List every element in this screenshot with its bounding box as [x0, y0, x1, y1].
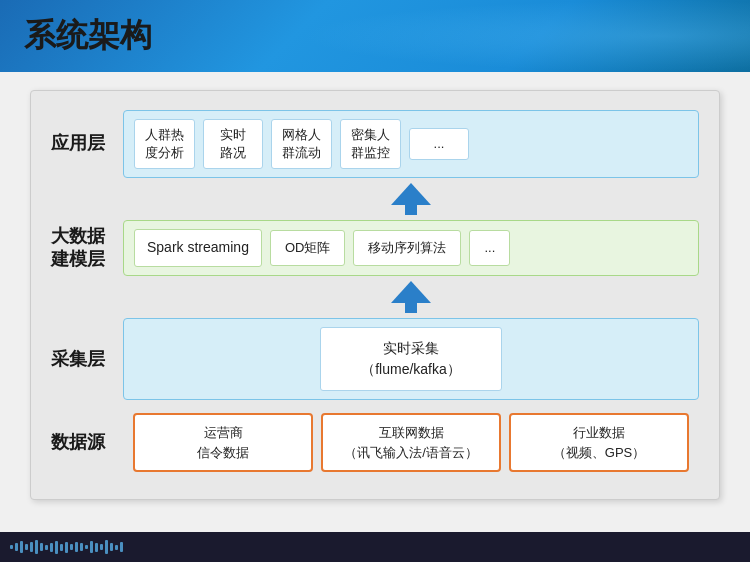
- architecture-diagram: 应用层 人群热度分析 实时路况 网格人群流动 密集人群监控 ... 大数据建模层…: [30, 90, 720, 500]
- layer-label-yingyong: 应用层: [51, 132, 123, 155]
- wave-bar: [45, 545, 48, 550]
- wave-bar: [70, 544, 73, 550]
- caiji-content: 实时采集（flume/kafka）: [123, 318, 699, 400]
- wave-bar: [80, 543, 83, 551]
- wave-bar: [55, 541, 58, 554]
- wave-bar: [30, 542, 33, 552]
- wave-bar: [100, 544, 103, 550]
- wave-bar: [20, 541, 23, 553]
- wave-bar: [115, 545, 118, 550]
- model-item-dots: ...: [469, 230, 510, 266]
- waveform: [10, 537, 123, 557]
- layer-yingyong: 应用层 人群热度分析 实时路况 网格人群流动 密集人群监控 ...: [51, 110, 699, 178]
- app-item-2: 实时路况: [203, 119, 263, 169]
- layer-label-sjy: 数据源: [51, 431, 123, 454]
- arrow-stem-1: [405, 205, 417, 215]
- header: 系统架构: [0, 0, 750, 72]
- wave-bar: [120, 542, 123, 552]
- wave-bar: [110, 543, 113, 551]
- arrow-1: [51, 183, 699, 215]
- wave-bar: [90, 541, 93, 553]
- wave-bar: [60, 544, 63, 551]
- wave-bar: [75, 542, 78, 552]
- wave-bar: [35, 540, 38, 554]
- layer-label-caiji: 采集层: [51, 348, 123, 371]
- wave-bar: [85, 545, 88, 549]
- app-item-3: 网格人群流动: [271, 119, 332, 169]
- model-item-spark: Spark streaming: [134, 229, 262, 267]
- wave-bar: [10, 545, 13, 549]
- model-item-od: OD矩阵: [270, 230, 346, 266]
- sjy-content: 运营商信令数据 互联网数据（讯飞输入法/语音云） 行业数据（视频、GPS）: [123, 405, 699, 480]
- layer-dsjjm: 大数据建模层 Spark streaming OD矩阵 移动序列算法 ...: [51, 220, 699, 276]
- arrow-up-icon-2: [391, 281, 431, 303]
- sjy-item-3: 行业数据（视频、GPS）: [509, 413, 689, 472]
- app-item-1: 人群热度分析: [134, 119, 195, 169]
- arrow-up-icon-1: [391, 183, 431, 205]
- wave-bar: [65, 542, 68, 553]
- arrow-stem-2: [405, 303, 417, 313]
- layer-label-dsjjm: 大数据建模层: [51, 225, 123, 272]
- main-content: 应用层 人群热度分析 实时路况 网格人群流动 密集人群监控 ... 大数据建模层…: [0, 72, 750, 532]
- layer-sjy: 数据源 运营商信令数据 互联网数据（讯飞输入法/语音云） 行业数据（视频、GPS…: [51, 405, 699, 480]
- sjy-item-2: 互联网数据（讯飞输入法/语音云）: [321, 413, 501, 472]
- wave-bar: [40, 543, 43, 551]
- wave-bar: [25, 544, 28, 550]
- app-item-4: 密集人群监控: [340, 119, 401, 169]
- yingyong-content: 人群热度分析 实时路况 网格人群流动 密集人群监控 ...: [123, 110, 699, 178]
- model-item-move: 移动序列算法: [353, 230, 461, 266]
- arrow-2: [51, 281, 699, 313]
- wave-bar: [15, 543, 18, 551]
- page-title: 系统架构: [24, 14, 152, 58]
- sjy-item-1: 运营商信令数据: [133, 413, 313, 472]
- layer-caiji: 采集层 实时采集（flume/kafka）: [51, 318, 699, 400]
- footer: [0, 532, 750, 562]
- wave-bar: [105, 540, 108, 554]
- caiji-box: 实时采集（flume/kafka）: [320, 327, 502, 391]
- app-item-5: ...: [409, 128, 469, 160]
- dsjjm-content: Spark streaming OD矩阵 移动序列算法 ...: [123, 220, 699, 276]
- wave-bar: [95, 543, 98, 552]
- wave-bar: [50, 543, 53, 552]
